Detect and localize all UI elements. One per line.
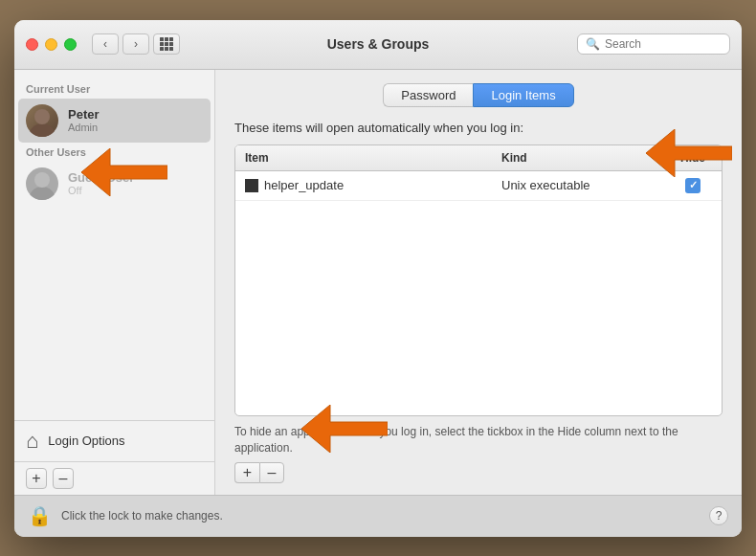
- item-name-cell: helper_update: [235, 176, 492, 194]
- tab-bar: Password Login Items: [234, 83, 723, 107]
- bottom-bar: 🔒 Click the lock to make changes. ?: [14, 495, 742, 537]
- remove-user-button[interactable]: –: [53, 468, 74, 489]
- help-button[interactable]: ?: [709, 506, 728, 525]
- app-icon: [245, 179, 258, 192]
- sidebar-bottom-buttons: + –: [14, 461, 214, 495]
- forward-button[interactable]: ›: [122, 33, 149, 55]
- user-name-peter: Peter: [68, 107, 100, 122]
- search-icon: 🔍: [586, 37, 600, 51]
- lock-label: Click the lock to make changes.: [61, 509, 700, 523]
- avatar-peter: [26, 104, 58, 137]
- other-users-label: Other Users: [14, 143, 214, 162]
- hide-checkbox[interactable]: [685, 178, 700, 193]
- table-row: helper_update Unix executable: [235, 171, 722, 201]
- house-icon: ⌂: [26, 429, 38, 454]
- login-options-item[interactable]: ⌂ Login Options: [14, 420, 214, 461]
- user-role-peter: Admin: [68, 122, 100, 133]
- lock-icon: 🔒: [28, 504, 52, 527]
- sidebar: Current User Peter Admin Other Users: [14, 70, 215, 495]
- avatar-guest: [26, 167, 58, 200]
- description: These items will open automatically when…: [234, 121, 723, 135]
- maximize-button[interactable]: [64, 38, 77, 51]
- col-header-hide: Hide: [664, 149, 722, 167]
- search-box[interactable]: 🔍: [577, 33, 730, 55]
- minimize-button[interactable]: [45, 38, 57, 51]
- traffic-lights: [26, 38, 77, 51]
- grid-button[interactable]: [153, 33, 180, 55]
- add-item-button[interactable]: +: [234, 462, 259, 483]
- svg-point-3: [34, 172, 50, 188]
- user-info-peter: Peter Admin: [68, 107, 100, 133]
- tab-password[interactable]: Password: [383, 83, 473, 107]
- col-header-item: Item: [235, 149, 492, 167]
- tab-login-items[interactable]: Login Items: [473, 83, 573, 107]
- main-wrapper: Password Login Items These items will op…: [215, 70, 742, 495]
- hide-checkbox-cell: [664, 176, 722, 195]
- titlebar: ‹ › Users & Groups 🔍: [14, 20, 742, 70]
- item-kind: Unix executable: [492, 176, 664, 194]
- grid-icon: [160, 37, 173, 51]
- window-title: Users & Groups: [327, 36, 430, 52]
- back-button[interactable]: ‹: [92, 33, 119, 55]
- user-name-guest: Guest User: [68, 170, 134, 185]
- svg-point-0: [29, 123, 56, 137]
- svg-point-2: [29, 187, 56, 200]
- user-item-guest[interactable]: Guest User Off: [14, 162, 214, 206]
- user-info-guest: Guest User Off: [68, 170, 134, 196]
- nav-buttons: ‹ ›: [92, 33, 149, 55]
- add-remove-buttons: + –: [234, 462, 723, 483]
- items-table: Item Kind Hide helper_update Unix execut…: [234, 145, 723, 416]
- item-name: helper_update: [264, 178, 344, 192]
- footer-note: To hide an application when you log in, …: [234, 424, 723, 456]
- current-user-label: Current User: [14, 79, 214, 99]
- remove-item-button[interactable]: –: [259, 462, 284, 483]
- login-options-label: Login Options: [48, 434, 124, 448]
- main-content: Password Login Items These items will op…: [215, 70, 742, 495]
- table-header: Item Kind Hide: [235, 145, 722, 171]
- user-role-guest: Off: [68, 185, 134, 196]
- table-body: helper_update Unix executable: [235, 171, 722, 415]
- col-header-kind: Kind: [492, 149, 664, 167]
- search-input[interactable]: [605, 37, 722, 51]
- window-body: Current User Peter Admin Other Users: [14, 70, 742, 495]
- svg-point-1: [34, 109, 50, 124]
- add-user-button[interactable]: +: [26, 468, 47, 489]
- close-button[interactable]: [26, 38, 38, 51]
- user-item-peter[interactable]: Peter Admin: [18, 99, 211, 143]
